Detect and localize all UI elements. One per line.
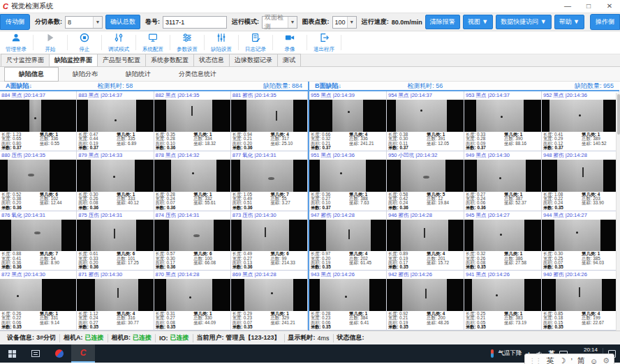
defect-info: 长度: 0.25宽度: 0.21面积: 0.05米数: 0.35第几类: 1总数…: [464, 311, 541, 330]
defect-card[interactable]: 955 黑点 |20:14:39长度: 0.66宽度: 0.32面积: 0.21…: [309, 91, 387, 151]
defect-card[interactable]: 870 黑点 |20:14:28长度: 0.31宽度: 0.27面积: 0.08…: [154, 271, 231, 331]
stop-button[interactable]: 停止: [68, 31, 101, 54]
defect-card[interactable]: 944 黑点 |20:14:27长度: 0.30宽度: 0.25面积: 0.07…: [542, 211, 619, 271]
defect-card[interactable]: 943 黑点 |20:14:26长度: 0.28宽度: 0.23面积: 0.06…: [309, 271, 387, 331]
clear-alarm-button[interactable]: 清除报警: [425, 15, 460, 29]
tab-test[interactable]: 测试: [277, 54, 301, 66]
strip-count-select[interactable]: 8▼: [65, 16, 103, 29]
defect-card[interactable]: 884 黑点 |20:14:37长度: 1.23宽度: 0.65面积: 0.80…: [0, 91, 77, 151]
defect-info: 长度: 0.26宽度: 0.22面积: 0.06米数: 0.35第几类: 1总数…: [0, 311, 76, 330]
operator-side-button[interactable]: 操作侧: [590, 14, 620, 30]
defect-card[interactable]: 951 黑点 |20:14:36长度: 0.36宽度: 0.27面积: 0.10…: [309, 151, 387, 211]
defect-card[interactable]: 878 黑点 |20:14:32长度: 0.28宽度: 0.24面积: 0.07…: [154, 151, 231, 211]
defect-card[interactable]: 877 氧化 |20:14:31长度: 1.05宽度: 0.49面积: 0.51…: [231, 151, 308, 211]
param-settings-button[interactable]: 参数设置: [171, 31, 203, 54]
tab-status-info[interactable]: 状态信息: [193, 54, 230, 66]
defect-card[interactable]: 950 小凹坑 |20:14:32长度: 0.58宽度: 0.42面积: 0.2…: [387, 151, 464, 211]
defect-card[interactable]: 941 黑点 |20:14:26长度: 0.25宽度: 0.21面积: 0.05…: [464, 271, 542, 331]
ime-punct[interactable]: ’: [570, 357, 572, 364]
defect-card[interactable]: 881 擦伤 |20:14:35长度: 0.94宽度: 0.21面积: 0.20…: [231, 91, 308, 151]
help-menu-button[interactable]: 帮助 ▼: [554, 15, 584, 29]
defect-thumbnail: [464, 160, 541, 192]
chart-points-select[interactable]: 100▼: [332, 16, 357, 29]
defect-card[interactable]: 946 擦伤 |20:14:28长度: 0.89宽度: 0.19面积: 0.17…: [387, 211, 464, 271]
run-mode-select[interactable]: 双面检测▼: [262, 16, 297, 29]
log-record-button[interactable]: 日志记录: [239, 31, 272, 54]
task-view-button[interactable]: [24, 344, 47, 363]
vertical-scrollbar[interactable]: [616, 93, 620, 331]
defect-mark: [191, 106, 193, 116]
tab-product-config[interactable]: 产品型号配置: [97, 54, 146, 66]
ime-night-mode-icon[interactable]: ☽: [559, 356, 566, 364]
close-button[interactable]: ✕: [599, 0, 620, 13]
minimize-button[interactable]: —: [557, 0, 578, 13]
confirm-total-button[interactable]: 确认总数: [105, 15, 140, 29]
subtab-defect-stats[interactable]: 缺陷统计: [112, 68, 165, 81]
ime-settings-gear-icon[interactable]: ⚙: [603, 356, 610, 364]
subtab-class-stats[interactable]: 分类信息统计: [165, 68, 230, 81]
defect-card[interactable]: 945 黑点 |20:14:27长度: 0.32宽度: 0.26面积: 0.08…: [464, 211, 542, 271]
defect-card[interactable]: 947 擦伤 |20:14:28长度: 0.97宽度: 0.20面积: 0.19…: [309, 211, 387, 271]
defect-info-right: 第几类: 1总数: 330坐标: 44.09: [193, 312, 229, 330]
ime-emoji-icon[interactable]: ☺: [590, 357, 598, 364]
ime-toolbar[interactable]: ⋮⋮ 英☽’简☺⚙: [524, 354, 614, 364]
defect-card[interactable]: 949 黑点 |20:14:30长度: 0.27宽度: 0.24面积: 0.06…: [464, 151, 542, 211]
maximize-button[interactable]: □: [578, 0, 599, 13]
subtab-defect-info[interactable]: 缺陷信息: [4, 67, 59, 82]
defect-card[interactable]: 871 擦伤 |20:14:30长度: 1.12宽度: 0.24面积: 0.27…: [77, 271, 154, 331]
defect-card[interactable]: 879 黑点 |20:14:33长度: 0.30宽度: 0.26面积: 0.08…: [77, 151, 154, 211]
record-video-button[interactable]: 录像: [274, 31, 306, 54]
defect-coord: 坐标: 27.58: [504, 261, 540, 265]
defect-card[interactable]: 883 黑点 |20:14:37长度: 0.47宽度: 0.44面积: 0.19…: [77, 91, 154, 151]
defect-thumbnail: [0, 100, 76, 132]
defect-meter: 米数: 0.35: [543, 206, 582, 210]
tab-edge-data[interactable]: 边缘数据记录: [229, 54, 278, 66]
defect-info-left: 长度: 0.52宽度: 0.38面积: 0.20米数: 0.36: [1, 192, 40, 211]
defect-card[interactable]: 869 黑点 |20:14:28长度: 0.29宽度: 0.23面积: 0.07…: [231, 271, 308, 331]
defect-card[interactable]: 940 擦伤 |20:14:26长度: 0.85宽度: 0.18面积: 0.15…: [542, 271, 619, 331]
defect-settings-button[interactable]: 缺陷设置: [205, 31, 237, 54]
defect-card[interactable]: 873 压伤 |20:14:30长度: 0.49宽度: 0.27面积: 0.13…: [231, 211, 308, 271]
ime-lang-en[interactable]: 英: [547, 356, 554, 364]
start-button[interactable]: [0, 344, 24, 363]
material-band: [476, 100, 524, 132]
start-button[interactable]: 开始: [34, 31, 66, 54]
taskbar-app-1[interactable]: [47, 344, 71, 363]
admin-login-button[interactable]: 管理登录: [0, 31, 32, 54]
roll-number-input[interactable]: [163, 16, 227, 29]
ime-simplified[interactable]: 简: [577, 356, 585, 364]
defect-card[interactable]: 954 黑点 |20:14:37长度: 0.38宽度: 0.30面积: 0.11…: [387, 91, 464, 151]
material-band: [8, 160, 50, 192]
defect-info: 长度: 0.36宽度: 0.27面积: 0.10米数: 0.37第几类: 1总数…: [309, 192, 386, 211]
defect-meter: 米数: 0.36: [1, 206, 40, 210]
defect-card[interactable]: 880 压伤 |20:14:35长度: 0.52宽度: 0.38面积: 0.20…: [0, 151, 77, 211]
drive-side-button[interactable]: 传动侧: [0, 14, 30, 30]
exit-program-button[interactable]: 退出程序: [308, 31, 340, 54]
defect-info-left: 长度: 0.30宽度: 0.25面积: 0.07米数: 0.35: [543, 252, 582, 270]
record-video-label: 录像: [285, 46, 295, 53]
defect-card[interactable]: 872 黑点 |20:14:30长度: 0.26宽度: 0.22面积: 0.06…: [0, 271, 77, 331]
data-quick-access-button[interactable]: 数据快捷访问 ▼: [496, 15, 551, 29]
defect-card[interactable]: 875 压伤 |20:14:31长度: 0.61宽度: 0.33面积: 0.20…: [77, 211, 154, 271]
camera-icon: [285, 33, 295, 45]
defect-card[interactable]: 942 擦伤 |20:14:26长度: 0.92宽度: 0.21面积: 0.19…: [387, 271, 464, 331]
ime-drag-handle-icon[interactable]: ⋮⋮: [529, 357, 542, 364]
view-menu-button[interactable]: 视图 ▼: [463, 15, 493, 29]
tab-defect-monitor[interactable]: 缺陷监控界面: [49, 54, 98, 66]
tab-system-params[interactable]: 系统参数配置: [145, 54, 194, 66]
defect-card[interactable]: 882 黑点 |20:14:35长度: 0.35宽度: 0.28面积: 0.10…: [154, 91, 231, 151]
defect-thumbnail: [154, 279, 230, 311]
defect-mark: [582, 167, 584, 177]
defect-card[interactable]: 948 擦伤 |20:14:28长度: 1.08宽度: 0.22面积: 0.24…: [542, 151, 619, 211]
defect-card[interactable]: 952 黑点 |20:14:36长度: 0.41宽度: 0.29面积: 0.12…: [542, 91, 619, 151]
weather-text[interactable]: 气温下降: [499, 349, 522, 358]
taskbar-app-2-active[interactable]: C: [71, 344, 95, 363]
subtab-defect-distribution[interactable]: 缺陷分布: [59, 68, 112, 81]
system-config-button[interactable]: 系统配置: [137, 31, 169, 54]
defect-card[interactable]: 876 氧化 |20:14:31长度: 0.88宽度: 0.41面积: 0.36…: [0, 211, 77, 271]
defect-card[interactable]: 874 压伤 |20:14:31长度: 0.57宽度: 0.30面积: 0.17…: [154, 211, 231, 271]
tab-size-monitor[interactable]: 尺寸监控界面: [1, 54, 50, 66]
defect-card[interactable]: 953 黑点 |20:14:37长度: 0.33宽度: 0.28面积: 0.09…: [464, 91, 542, 151]
scrollbar-thumb[interactable]: [617, 94, 620, 135]
debug-mode-button[interactable]: 调试模式: [103, 31, 135, 54]
